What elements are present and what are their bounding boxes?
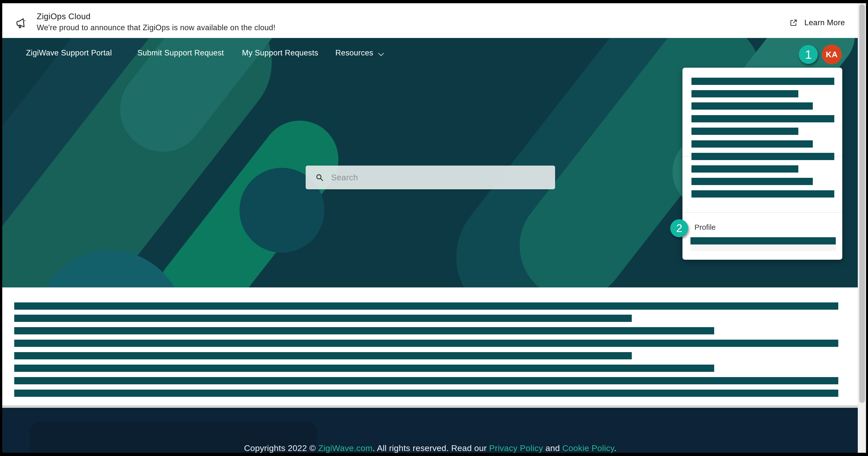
annotation-marker-2: 2 xyxy=(670,219,688,237)
redacted-text-line xyxy=(14,352,632,359)
nav-item-my-support-requests[interactable]: My Support Requests xyxy=(242,49,318,57)
zigiwave-support-portal-page: { "announcement": { "title": "ZigiOps Cl… xyxy=(0,0,868,456)
cookie-policy-link[interactable]: Cookie Policy xyxy=(562,443,614,453)
footer: Copyrights 2022 © ZigiWave.com. All righ… xyxy=(2,408,858,456)
screen-frame xyxy=(0,0,2,456)
redacted-text-line xyxy=(14,340,838,347)
zigiwave-com-link[interactable]: ZigiWave.com xyxy=(318,443,373,453)
redacted-menu-item[interactable] xyxy=(691,140,813,148)
redacted-menu-item[interactable] xyxy=(691,153,834,160)
redacted-menu-item[interactable] xyxy=(691,128,798,135)
menu-item-highlight xyxy=(690,244,836,251)
copyright-suffix: . xyxy=(614,443,617,453)
redacted-menu-item[interactable] xyxy=(691,102,813,110)
copyright-middle: . All rights reserved. Read our xyxy=(373,443,489,453)
redacted-menu-item[interactable] xyxy=(690,237,836,244)
redacted-menu-item[interactable] xyxy=(691,190,834,197)
redacted-menu-item[interactable] xyxy=(691,115,834,122)
screen-frame xyxy=(0,0,868,3)
external-link-icon xyxy=(789,18,798,28)
redacted-text-line xyxy=(14,315,632,322)
announcement-bar: ZigiOps Cloud We're proud to announce th… xyxy=(2,3,858,38)
redacted-menu-item[interactable] xyxy=(691,78,834,85)
annotation-marker-1: 1 xyxy=(799,45,818,64)
copyright-and: and xyxy=(543,443,562,453)
learn-more-link[interactable]: Learn More xyxy=(789,15,845,30)
megaphone-icon xyxy=(14,16,30,31)
nav-item-resources[interactable]: Resources xyxy=(335,49,373,57)
main-content-section xyxy=(2,287,858,405)
redacted-text-line xyxy=(14,302,838,310)
redacted-text-line xyxy=(14,365,714,372)
redacted-text-line xyxy=(14,377,838,384)
screen-frame xyxy=(866,0,868,456)
nav-brand-zigiwave-support-portal[interactable]: ZigiWave Support Portal xyxy=(26,49,112,57)
learn-more-label: Learn More xyxy=(804,18,845,27)
search-bar[interactable] xyxy=(306,165,555,189)
user-avatar[interactable]: KA xyxy=(822,44,842,64)
redacted-text-line xyxy=(14,327,714,334)
search-icon xyxy=(315,173,324,182)
nav-item-submit-support-request[interactable]: Submit Support Request xyxy=(137,49,224,57)
section-divider xyxy=(2,405,858,408)
redacted-text-line xyxy=(14,390,838,397)
scrollbar-thumb[interactable] xyxy=(859,4,865,403)
menu-divider xyxy=(682,212,842,213)
search-input[interactable] xyxy=(331,173,555,183)
redacted-menu-item[interactable] xyxy=(691,165,798,173)
redacted-menu-item[interactable] xyxy=(691,90,798,97)
redacted-menu-item[interactable] xyxy=(691,178,813,185)
user-dropdown-menu: Profile xyxy=(682,68,842,260)
menu-item-profile[interactable]: Profile xyxy=(694,223,716,232)
scrollbar-track[interactable] xyxy=(858,3,866,453)
announcement-title: ZigiOps Cloud xyxy=(37,12,91,21)
screen-frame xyxy=(0,453,868,456)
announcement-message: We're proud to announce that ZigiOps is … xyxy=(37,23,275,32)
copyright-line: Copyrights 2022 © ZigiWave.com. All righ… xyxy=(2,443,858,453)
privacy-policy-link[interactable]: Privacy Policy xyxy=(489,443,543,453)
chevron-down-icon[interactable] xyxy=(378,53,384,56)
copyright-prefix: Copyrights 2022 © xyxy=(244,443,318,453)
